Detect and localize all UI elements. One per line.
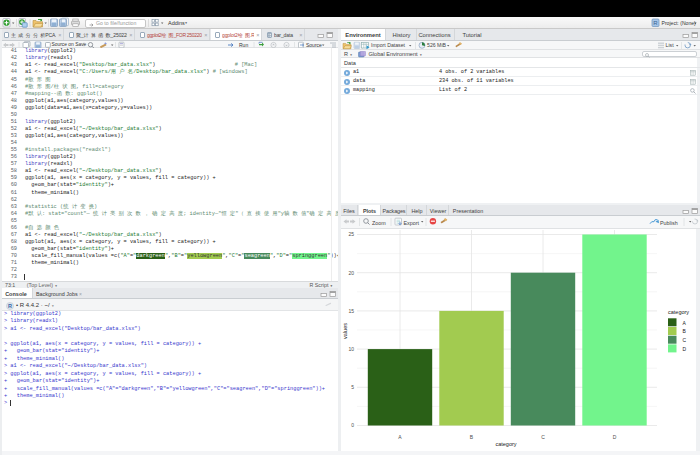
svg-text:R: R [653, 20, 658, 26]
svg-text:D: D [683, 346, 687, 352]
svg-text:25: 25 [348, 231, 354, 237]
svg-text:values: values [342, 323, 348, 339]
svg-text:A: A [683, 320, 687, 326]
svg-text:category: category [668, 309, 689, 315]
svg-text:5: 5 [351, 384, 354, 390]
svg-text:B: B [683, 328, 687, 334]
svg-text:A: A [398, 434, 402, 440]
svg-text:C: C [683, 337, 687, 343]
svg-text:10: 10 [348, 346, 354, 352]
svg-text:0: 0 [351, 422, 354, 428]
svg-text:15: 15 [348, 308, 354, 314]
svg-text:C: C [541, 434, 545, 440]
svg-text:20: 20 [348, 270, 354, 276]
svg-text:D: D [613, 434, 617, 440]
svg-text:category: category [495, 441, 516, 447]
svg-text:R: R [8, 303, 12, 309]
svg-text:B: B [470, 434, 474, 440]
